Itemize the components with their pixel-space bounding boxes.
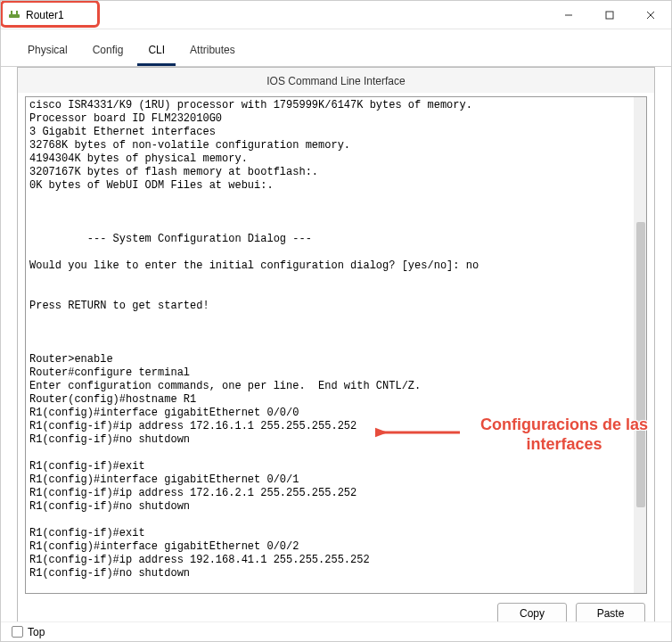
tab-attributes[interactable]: Attributes — [179, 38, 246, 66]
scrollbar-thumb[interactable] — [636, 222, 645, 507]
titlebar: Router1 — [1, 1, 671, 29]
top-checkbox[interactable] — [12, 626, 23, 638]
cli-panel: IOS Command Line Interface cisco ISR4331… — [17, 67, 655, 634]
svg-rect-4 — [606, 12, 613, 19]
window-control-buttons — [548, 1, 671, 29]
top-label: Top — [28, 626, 45, 638]
maximize-button[interactable] — [589, 1, 630, 29]
footer-bar: Top — [1, 621, 671, 641]
tab-physical[interactable]: Physical — [17, 38, 78, 66]
terminal-scrollbar[interactable] — [634, 97, 646, 593]
title-highlight-box — [0, 0, 100, 28]
terminal-output[interactable]: cisco ISR4331/K9 (1RU) processor with 17… — [26, 97, 646, 593]
close-button[interactable] — [630, 1, 671, 29]
terminal-container: cisco ISR4331/K9 (1RU) processor with 17… — [25, 96, 647, 594]
tab-cli[interactable]: CLI — [137, 38, 176, 66]
tab-config[interactable]: Config — [82, 38, 135, 66]
minimize-button[interactable] — [548, 1, 589, 29]
cli-header: IOS Command Line Interface — [18, 68, 654, 93]
tab-bar: Physical Config CLI Attributes — [1, 29, 671, 67]
